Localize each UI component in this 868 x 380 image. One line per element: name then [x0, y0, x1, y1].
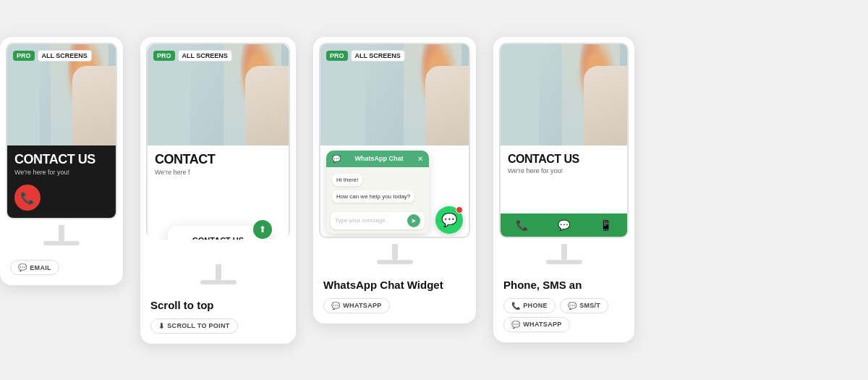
tag-email[interactable]: 💬 EMAIL [10, 260, 59, 275]
notification-dot [456, 206, 463, 214]
popup-title: CONTACT US [179, 236, 258, 240]
monitor-stand-2 [140, 264, 296, 284]
tag-row-3: 💬 WHATSAPP [323, 298, 466, 313]
badge-pro-3: PRO [326, 51, 348, 61]
wa-bubble-2: How can we help you today? [332, 190, 414, 203]
wa-input-row: Type your message ➤ [331, 212, 425, 229]
tag-row-4: 📞 PHONE 💬 SMS/T [503, 298, 624, 313]
screen-content-4: CONTACT US We're here for you! [501, 145, 627, 182]
email-tag-icon: 💬 [18, 263, 27, 271]
badge-all-screens-1: ALL SCREENS [38, 50, 92, 62]
bottom-action-bar: 📞 💬 📱 [501, 214, 627, 237]
screen-image-4 [501, 44, 627, 145]
phone-tag-icon: 📞 [511, 302, 520, 310]
monitor-neck-3 [392, 244, 398, 260]
tag-phone-label: PHONE [523, 302, 548, 309]
whatsapp-float-btn[interactable]: 💬 [435, 206, 463, 234]
badge-row-1: PRO ALL SCREENS [13, 50, 92, 62]
tag-row-4b: 💬 WHATSAPP [503, 317, 624, 332]
card-contact-dark: PRO ALL SCREENS CONTACT US We're here fo… [0, 37, 123, 286]
tag-scroll-label: SCROLL TO POINT [167, 322, 229, 329]
badge-pro-2: PRO [153, 51, 175, 61]
phone-button-1[interactable]: 📞 [14, 185, 41, 211]
arm-decoration-3 [425, 66, 469, 145]
wa-messages-area: Hi there! How can we help you today? [326, 167, 429, 209]
screen-content-3: ONTACT US We're here for you! 💬 💬 WhatsA… [320, 145, 469, 238]
screen-title-2: CONTACT [155, 153, 281, 167]
scroll-tag-icon: ⬇ [158, 322, 164, 330]
whatsapp-float-icon: 💬 [441, 212, 457, 228]
contact-popup: ⬆ CONTACT US We're here for you! ⬆ [168, 226, 269, 240]
card-bottom-4: Phone, SMS an 📞 PHONE 💬 SMS/T 💬 WHATSAPP [493, 270, 634, 342]
card-bottom-3: WhatsApp Chat Widget 💬 WHATSAPP [313, 270, 476, 324]
screen-content-2: CONTACT We're here f ⬆ CONTACT US We're … [148, 145, 289, 240]
card-label-3: WhatsApp Chat Widget [323, 279, 466, 291]
card-label-2: Scroll to top [150, 299, 286, 311]
card-bottom-1: 💬 EMAIL [0, 251, 123, 285]
screen-subtitle-1: We're here for you! [14, 169, 109, 176]
arm-decoration-1 [72, 66, 116, 145]
arm-decoration-2 [245, 66, 289, 145]
bar-whatsapp-icon[interactable]: 📱 [600, 219, 612, 231]
monitor-stand-1 [0, 225, 123, 245]
wa-close-btn[interactable]: ✕ [417, 155, 423, 163]
badge-all-screens-2: ALL SCREENS [178, 50, 232, 62]
badge-all-screens-3: ALL SCREENS [351, 50, 405, 62]
screen-title-4: CONTACT US [508, 153, 620, 166]
tag-whatsapp[interactable]: 💬 WHATSAPP [323, 298, 390, 313]
monitor-neck-2 [216, 264, 221, 280]
wa-input-placeholder[interactable]: Type your message [335, 217, 407, 224]
tag-scroll[interactable]: ⬇ SCROLL TO POINT [150, 318, 238, 334]
tag-phone[interactable]: 📞 PHONE [503, 298, 556, 313]
tag-row-1: 💬 EMAIL [10, 260, 113, 275]
wa-bubble-1: Hi there! [332, 174, 362, 186]
tag-whatsapp-label: WHATSAPP [343, 302, 381, 309]
tag-row-2: ⬇ SCROLL TO POINT [150, 318, 286, 334]
carousel-container: PRO ALL SCREENS CONTACT US We're here fo… [0, 22, 868, 358]
card-label-4: Phone, SMS an [503, 279, 624, 291]
monitor-stand-4 [493, 244, 634, 264]
monitor-base-1 [43, 241, 80, 245]
wa-header-title: WhatsApp Chat [355, 155, 404, 162]
wa-send-btn[interactable]: ➤ [407, 214, 420, 227]
card-scroll-top: PRO ALL SCREENS CONTACT We're here f ⬆ C… [140, 37, 296, 344]
monitor-base-2 [200, 280, 237, 284]
tag-whatsapp-2[interactable]: 💬 WHATSAPP [503, 317, 570, 332]
phone-icon-1: 📞 [20, 191, 35, 205]
badge-pro-1: PRO [13, 51, 35, 61]
card-phone-sms: CONTACT US We're here for you! 📞 💬 📱 Pho… [493, 37, 634, 342]
card-whatsapp: PRO ALL SCREENS ONTACT US We're here for… [313, 37, 476, 324]
monitor-neck-1 [59, 225, 64, 241]
scroll-up-btn-top[interactable]: ⬆ [253, 220, 272, 239]
monitor-base-3 [377, 260, 413, 264]
phone-bottom-bar: 📞 💬 📱 [501, 214, 627, 237]
tag-whatsapp2-label: WHATSAPP [523, 321, 561, 328]
screen-subtitle-2: We're here f [155, 169, 281, 176]
badge-row-2: PRO ALL SCREENS [153, 50, 232, 62]
arm-decoration-4 [584, 66, 627, 145]
wa-chat-header: 💬 WhatsApp Chat ✕ [326, 151, 429, 167]
screen-content-1: CONTACT US We're here for you! 📞 [7, 145, 116, 219]
tag-sms-label: SMS/T [579, 302, 600, 309]
screen-title-1: CONTACT US [14, 153, 109, 167]
badge-row-3: PRO ALL SCREENS [326, 50, 405, 62]
tag-sms[interactable]: 💬 SMS/T [560, 298, 608, 313]
whatsapp2-tag-icon: 💬 [511, 321, 520, 329]
monitor-stand-3 [313, 244, 476, 264]
wa-send-icon: ➤ [411, 217, 417, 224]
monitor-neck-4 [561, 244, 567, 260]
card-bottom-2: Scroll to top ⬇ SCROLL TO POINT [140, 290, 296, 344]
tag-email-label: EMAIL [30, 264, 51, 271]
whatsapp-tag-icon: 💬 [331, 302, 340, 310]
bar-sms-icon[interactable]: 💬 [558, 219, 570, 231]
screen-subtitle-4: We're here for you! [508, 167, 620, 174]
monitor-base-4 [546, 260, 582, 264]
whatsapp-chat-box: 💬 WhatsApp Chat ✕ Hi there! How can we h… [326, 151, 429, 234]
bar-phone-icon[interactable]: 📞 [516, 219, 528, 231]
sms-tag-icon: 💬 [568, 302, 576, 310]
